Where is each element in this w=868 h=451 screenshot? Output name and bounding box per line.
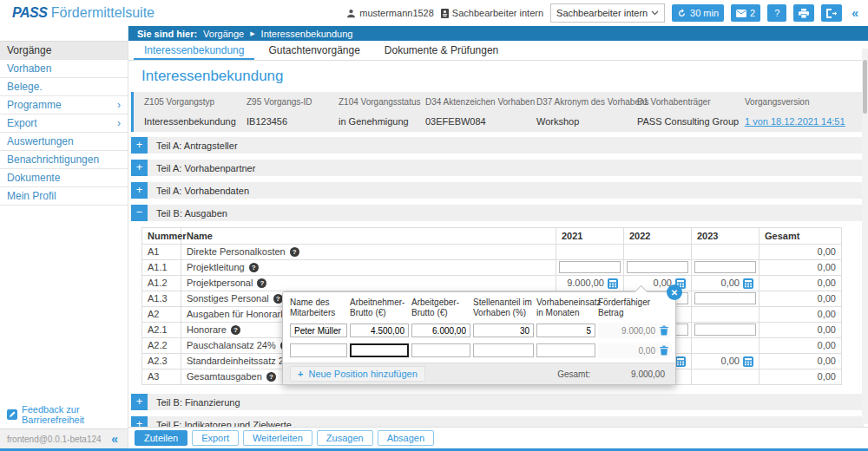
popup-input-ag_brutto[interactable] (411, 343, 470, 357)
sidebar-item-label: Benachrichtigungen (7, 151, 99, 168)
zusagen-button[interactable]: Zusagen (317, 430, 373, 446)
section-teil-a-antragsteller[interactable]: +Teil A: Antragsteller (131, 137, 864, 154)
mail-button[interactable]: 2 (731, 4, 760, 22)
sidebar-item-vorgänge[interactable]: Vorgänge (0, 41, 128, 60)
row-total: 0,00 (760, 354, 842, 369)
sidebar-item-export[interactable]: Export› (0, 114, 128, 133)
role-select[interactable]: Sachbearbeiter intern (550, 3, 665, 23)
meta-field-value: Workshop (536, 116, 637, 127)
row-number: A1.3 (142, 291, 181, 307)
popup-input-name[interactable] (290, 324, 347, 337)
popup-input-name[interactable] (290, 343, 347, 357)
main-content: InteressenbekundungGutachtenvorgängeDoku… (128, 41, 868, 448)
zuteilen-button[interactable]: Zuteilen (135, 430, 187, 446)
section-teil-a-vorhabendaten[interactable]: +Teil A: Vorhabendaten (131, 182, 864, 199)
calculator-icon[interactable] (675, 356, 686, 367)
expand-section-icon[interactable]: + (131, 137, 148, 154)
popup-close-button[interactable]: ✕ (667, 284, 682, 300)
logout-button[interactable] (821, 4, 842, 22)
feedback-pen-icon (7, 409, 17, 420)
popup-input-monate[interactable] (536, 343, 595, 357)
section-teil-b-finanzierung[interactable]: +Teil B: Finanzierung (131, 394, 864, 410)
amount-input[interactable] (694, 324, 756, 336)
export-button[interactable]: Export (192, 430, 239, 446)
vertical-scrollbar[interactable] (862, 49, 868, 424)
sidebar-item-dokumente[interactable]: Dokumente (0, 169, 128, 187)
sidebar-item-label: Dokumente (7, 169, 60, 186)
meta-field-value[interactable]: 1 von 18.12.2021 14:51 (745, 116, 857, 127)
help-icon[interactable]: ? (290, 247, 299, 257)
add-position-button[interactable]: + Neue Position hinzufügen (290, 366, 425, 382)
breadcrumb: Sie sind hier: Vorgänge ▶ Interessenbeku… (128, 26, 868, 41)
session-timer-label: 30 min (690, 8, 719, 18)
sidebar-bottom: Feedback zur Barrierefreiheit frontend@0… (0, 401, 128, 448)
popup-col-header-förderfähiger-betrag: Förderfähiger Betrag (598, 297, 670, 323)
envelope-icon (736, 10, 746, 17)
row-total: 0,00 (760, 276, 842, 291)
trash-icon[interactable] (660, 325, 668, 336)
pass-logo: PASS (12, 5, 47, 20)
sidebar-item-programme[interactable]: Programme› (0, 96, 128, 114)
meta-field-value: Interessenbekundung (144, 116, 247, 127)
amount-input[interactable] (559, 261, 621, 273)
popup-input-ag_brutto[interactable] (411, 324, 470, 337)
help-icon[interactable]: ? (266, 372, 276, 382)
tab-gutachtenvorgänge[interactable]: Gutachtenvorgänge (258, 41, 370, 60)
scrollbar-thumb[interactable] (863, 60, 867, 114)
row-number: A2.1 (142, 323, 181, 338)
help-button[interactable]: ? (767, 4, 786, 22)
year-amount-cell: 0,00 (692, 276, 760, 291)
popup-input-stellenanteil[interactable] (473, 343, 534, 357)
sidebar-item-vorhaben[interactable]: Vorhaben (0, 60, 128, 78)
breadcrumb-current: Interessenbekundung (261, 29, 353, 39)
chevron-down-icon (651, 10, 659, 16)
feedback-link[interactable]: Feedback zur Barrierefreiheit (0, 401, 128, 428)
amount-input[interactable] (627, 261, 688, 273)
help-icon[interactable]: ? (231, 325, 240, 335)
breadcrumb-vorgaenge[interactable]: Vorgänge (203, 29, 244, 39)
expand-section-icon[interactable]: + (131, 394, 148, 410)
betrag-value-wrap: 9.000,00 (598, 323, 670, 338)
session-refresh-button[interactable]: 30 min (672, 4, 724, 22)
popup-cell-monate (536, 324, 595, 342)
popup-input-stellenanteil[interactable] (473, 324, 534, 337)
meta-field-label: Z95 Vorgangs-ID (247, 97, 339, 107)
calculator-icon[interactable] (743, 278, 753, 289)
amount-input[interactable] (694, 261, 756, 273)
sidebar-item-auswertungen[interactable]: Auswertungen (0, 133, 128, 151)
print-button[interactable] (793, 4, 814, 22)
tab-dokumente-prüfungen[interactable]: Dokumente & Prüfungen (374, 41, 509, 60)
row-total: 0,00 (760, 338, 842, 354)
feedback-label: Feedback zur Barrierefreiheit (22, 404, 121, 425)
sidebar-item-mein-profil[interactable]: Mein Profil (0, 187, 128, 206)
calculator-icon[interactable] (743, 356, 753, 367)
amount-input[interactable] (694, 292, 756, 304)
sidebar: VorgängeVorhabenBelege.Programme›Export›… (0, 26, 128, 448)
collapse-header-button[interactable]: « (849, 6, 861, 20)
popup-input-an_brutto[interactable] (350, 343, 409, 357)
expand-section-icon[interactable]: + (131, 160, 148, 176)
row-number: A2.2 (142, 338, 181, 354)
popup-cell-an_brutto (350, 343, 409, 362)
popup-input-an_brutto[interactable] (350, 324, 409, 337)
collapse-section-icon[interactable]: − (131, 205, 148, 221)
sidebar-item-benachrichtigungen[interactable]: Benachrichtigungen (0, 151, 128, 169)
sidebar-item-belege[interactable]: Belege. (0, 78, 128, 96)
collapse-sidebar-button[interactable]: « (108, 432, 121, 446)
expand-section-icon[interactable]: + (131, 182, 148, 199)
section-teil-a-vorhabenpartner[interactable]: +Teil A: Vorhabenpartner (131, 160, 864, 176)
calculator-icon[interactable] (608, 278, 618, 289)
help-icon[interactable]: ? (249, 263, 259, 272)
col-header-2023: 2023 (692, 228, 760, 245)
help-icon[interactable]: ? (257, 278, 266, 288)
popup-input-monate[interactable] (536, 324, 595, 337)
personnel-popup: ✕ Name des MitarbeitersArbeitnehmer-Brut… (282, 291, 676, 385)
trash-icon[interactable] (660, 345, 668, 356)
section-teil-b-ausgaben[interactable]: − Teil B: Ausgaben (131, 205, 864, 221)
tab-interessenbekundung[interactable]: Interessenbekundung (134, 41, 254, 60)
absagen-button[interactable]: Absagen (378, 430, 434, 446)
meta-field-d34-aktenzeichen-vorhaben: D34 Aktenzeichen Vorhaben03EFEBW084 (425, 97, 536, 127)
role-label: Sachbearbeiter intern (452, 8, 543, 18)
table-row-a1-1: A1.1Projektleitung?0,00 (142, 260, 842, 276)
weiterleiten-button[interactable]: Weiterleiten (243, 430, 312, 446)
